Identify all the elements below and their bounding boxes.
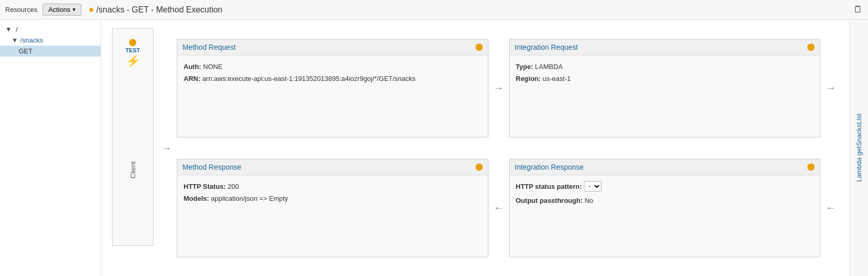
lightning-icon: ⚡ bbox=[126, 54, 140, 68]
content-area: TEST ⚡ Client → bbox=[101, 20, 868, 276]
sidebar-item-root[interactable]: ▼ / bbox=[0, 24, 101, 35]
header: Resources Actions ●/snacks - GET - Metho… bbox=[0, 0, 868, 20]
test-area[interactable]: TEST ⚡ bbox=[125, 39, 140, 68]
integration-response-card: Integration Response HTTP status pattern… bbox=[509, 159, 821, 257]
region-value: us-east-1 bbox=[543, 75, 571, 82]
integration-request-dot bbox=[807, 44, 815, 51]
arn-value: arn:aws:execute-api:us-east-1:1913520138… bbox=[202, 75, 415, 82]
integration-request-title[interactable]: Integration Request bbox=[515, 43, 578, 51]
actions-button[interactable]: Actions bbox=[43, 4, 81, 16]
arn-label: ARN: bbox=[184, 75, 201, 82]
method-request-auth: Auth: NONE bbox=[184, 61, 482, 73]
integration-response-dot bbox=[807, 163, 815, 171]
type-label: Type: bbox=[516, 63, 534, 71]
integration-response-title[interactable]: Integration Response bbox=[515, 163, 584, 171]
method-request-body: Auth: NONE ARN: arn:aws:execute-api:us-e… bbox=[177, 56, 488, 90]
client-column: TEST ⚡ Client bbox=[109, 28, 156, 268]
type-value: LAMBDA bbox=[535, 63, 563, 71]
client-label: Client bbox=[129, 161, 137, 178]
integration-response-passthrough: Output passthrough: No bbox=[516, 195, 814, 206]
integration-response-http: HTTP status pattern: - bbox=[516, 181, 814, 192]
page-title: ●/snacks - GET - Method Execution bbox=[89, 4, 222, 15]
caret-icon: ▼ bbox=[5, 25, 12, 33]
arrow-right-3: → bbox=[820, 82, 841, 94]
method-response-title[interactable]: Method Response bbox=[183, 163, 242, 171]
sidebar-item-get[interactable]: GET bbox=[0, 46, 101, 57]
integration-request-region: Region: us-east-1 bbox=[516, 73, 814, 85]
method-response-http: HTTP Status: 200 bbox=[184, 181, 482, 192]
http-status-label: HTTP Status: bbox=[184, 183, 226, 190]
title-dot: ● bbox=[89, 4, 94, 15]
integration-request-card: Integration Request Type: LAMBDA Region: bbox=[509, 39, 821, 137]
output-passthrough-value: No bbox=[584, 197, 593, 204]
method-request-card: Method Request Auth: NONE ARN: bbox=[177, 39, 488, 137]
test-label: TEST bbox=[125, 47, 140, 53]
integration-request-header: Integration Request bbox=[510, 39, 820, 56]
integration-request-body: Type: LAMBDA Region: us-east-1 bbox=[510, 56, 820, 90]
sidebar: ▼ / ▼ /snacks GET bbox=[0, 20, 101, 276]
lambda-label[interactable]: Lambda getSnacksList bbox=[855, 114, 863, 182]
bottom-row: Method Response HTTP Status: 200 Models: bbox=[177, 152, 841, 264]
http-status-value: 200 bbox=[228, 183, 239, 190]
arrow-right-1: → bbox=[156, 28, 177, 268]
http-status-pattern-label: HTTP status pattern: bbox=[516, 181, 582, 192]
models-value: application/json => Empty bbox=[211, 195, 288, 202]
lambda-panel[interactable]: Lambda getSnacksList bbox=[849, 20, 868, 276]
method-response-card: Method Response HTTP Status: 200 Models: bbox=[177, 159, 488, 257]
method-response-body: HTTP Status: 200 Models: application/jso… bbox=[177, 175, 488, 210]
method-request-header: Method Request bbox=[177, 39, 488, 56]
test-dot bbox=[129, 39, 136, 46]
auth-value: NONE bbox=[203, 63, 223, 71]
method-response-header: Method Response bbox=[177, 159, 488, 175]
diagram-area: TEST ⚡ Client → bbox=[101, 20, 849, 276]
integration-response-body: HTTP status pattern: - Output passthroug… bbox=[510, 175, 820, 212]
arrow-right-2: → bbox=[488, 82, 509, 94]
top-row: Method Request Auth: NONE ARN: bbox=[177, 32, 841, 144]
arrow-left-1: ← bbox=[488, 202, 509, 214]
sidebar-item-snacks[interactable]: ▼ /snacks bbox=[0, 35, 101, 46]
region-label: Region: bbox=[516, 75, 541, 82]
http-status-pattern-select[interactable]: - bbox=[584, 181, 601, 191]
integration-request-type: Type: LAMBDA bbox=[516, 61, 814, 73]
models-label: Models: bbox=[184, 195, 209, 202]
notes-icon: 🗒 bbox=[853, 4, 863, 15]
method-request-dot bbox=[475, 44, 483, 51]
method-response-dot bbox=[475, 163, 483, 171]
auth-label: Auth: bbox=[184, 63, 201, 71]
method-request-arn: ARN: arn:aws:execute-api:us-east-1:19135… bbox=[184, 73, 482, 85]
caret-icon: ▼ bbox=[11, 36, 18, 44]
output-passthrough-label: Output passthrough: bbox=[516, 197, 583, 204]
arrow-left-2: ← bbox=[820, 202, 841, 214]
main-layout: ▼ / ▼ /snacks GET TEST ⚡ bbox=[0, 20, 868, 276]
method-request-title[interactable]: Method Request bbox=[183, 43, 236, 51]
method-response-models: Models: application/json => Empty bbox=[184, 192, 482, 204]
integration-response-header: Integration Response bbox=[510, 159, 820, 175]
resources-label: Resources bbox=[5, 6, 37, 13]
client-box: TEST ⚡ Client bbox=[112, 28, 153, 246]
